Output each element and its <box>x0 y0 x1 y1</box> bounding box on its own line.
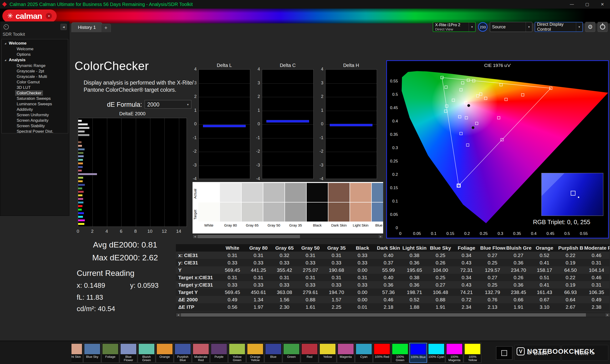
scroll-left-icon[interactable]: ◀ <box>193 235 197 238</box>
patch-button-blue[interactable]: Blue <box>264 343 282 363</box>
source-dropdown[interactable]: Source ▼ <box>490 22 532 32</box>
chevron-right-icon: » <box>591 349 595 357</box>
rainbow-banner: ✳ calman ▼ <box>0 9 610 23</box>
cell: 0.33 <box>324 259 350 266</box>
maximize-button[interactable]: ▢ <box>580 0 595 9</box>
cell: 1.56 <box>272 296 297 303</box>
expander-icon[interactable]: ◢ <box>4 57 6 63</box>
cell: 0.49 <box>220 296 246 303</box>
cell: 57.36 <box>376 288 402 296</box>
calman-logo-text: calman <box>15 12 42 21</box>
patch-button-red[interactable]: Red <box>301 343 318 363</box>
gridline <box>92 118 93 227</box>
patch-button-orange-yellow[interactable]: Orange Yellow <box>247 343 264 363</box>
cell: 0.31 <box>246 274 272 281</box>
patch-button-purple[interactable]: Purple <box>210 343 228 363</box>
patch-label: 100% Magenta <box>446 355 463 363</box>
patch-button-100-yellow[interactable]: 100% Yellow <box>464 343 481 363</box>
back-button[interactable]: « Back <box>514 345 560 361</box>
logo-menu-caret-icon[interactable]: ▼ <box>46 13 52 19</box>
patch-button-yellow[interactable]: Yellow <box>319 343 337 363</box>
table-row-e-itp: ΔE ITP0.561.972.301.612.250.012.181.881.… <box>176 303 610 311</box>
meter-dropdown[interactable]: X-Rite i1Pro 2 Direct View ▼ <box>433 22 476 32</box>
sidebar-item-color-gamut[interactable]: Color Gamut <box>2 79 68 85</box>
swatch-gray-50: Gray 50 <box>263 182 285 234</box>
sidebar-item-screen-uniformity[interactable]: Screen Uniformity <box>2 112 68 118</box>
chevron-down-icon[interactable]: ▼ <box>469 22 475 31</box>
swatch-label: Black <box>307 221 328 227</box>
scroll-track[interactable] <box>197 235 379 238</box>
scroll-thumb[interactable] <box>197 235 300 238</box>
measured-dot <box>472 127 474 129</box>
patch-color <box>121 344 136 354</box>
chevron-down-icon[interactable]: ▼ <box>526 22 532 32</box>
patch-button-100-cyan[interactable]: 100% Cyan <box>428 343 445 363</box>
sidebar-item-dynamic-range[interactable]: Dynamic Range <box>2 63 68 68</box>
patch-button-green[interactable]: Green <box>283 343 300 363</box>
display-control-dropdown[interactable]: Direct Display Control ▼ <box>535 22 583 32</box>
sidebar-item-additivity[interactable]: Additivity <box>2 107 68 112</box>
swatch-label: Light Skin <box>350 221 371 227</box>
custom-patch-button[interactable] <box>496 346 512 360</box>
axis-tick-label: 2 <box>189 94 196 99</box>
patch-button-100-red[interactable]: 100% Red <box>373 343 391 363</box>
patch-button-light-skin[interactable]: Light Skin <box>71 343 83 363</box>
patch-button-foliage[interactable]: Foliage <box>102 343 119 363</box>
patch-button-100-green[interactable]: 100% Green <box>391 343 409 363</box>
sidebar-item-grayscale-multi[interactable]: Grayscale - Multi <box>2 74 68 79</box>
swatch-scrollbar[interactable]: ◀ ▶ <box>193 234 383 239</box>
patch-button-orange[interactable]: Orange <box>156 343 173 363</box>
scroll-right-icon[interactable]: ▶ <box>606 313 610 317</box>
sidebar-collapse-button[interactable]: ◀ <box>61 24 67 30</box>
sidebar-item-grayscale-2pt[interactable]: Grayscale - 2pt <box>2 68 68 74</box>
cell: 0.36 <box>506 259 531 266</box>
tree-section-welcome[interactable]: ◢Welcome <box>2 40 68 46</box>
next-button[interactable]: Next » <box>562 345 608 361</box>
cell: 0.31 <box>246 252 272 259</box>
patch-button-moderate-red[interactable]: Moderate Red <box>192 343 210 363</box>
de-formula-dropdown[interactable]: 2000 ▼ <box>145 100 191 109</box>
sidebar-item-spectral-power-dist[interactable]: Spectral Power Dist. <box>2 129 68 133</box>
patch-button-blue-flower[interactable]: Blue Flower <box>120 343 137 363</box>
patch-button-cyan[interactable]: Cyan <box>355 343 373 363</box>
sidebar-item-options[interactable]: Options <box>2 52 68 57</box>
sidebar-item-3d-lut[interactable]: 3D LUT <box>2 85 68 90</box>
scroll-track[interactable] <box>180 313 606 317</box>
scroll-left-icon[interactable]: ◀ <box>176 313 180 317</box>
table-row-target-x-cie31: Target x:CIE310.310.310.310.310.310.310.… <box>176 274 610 281</box>
table-scrollbar[interactable]: ◀ ▶ <box>176 313 610 317</box>
patch-button-100-magenta[interactable]: 100% Magenta <box>446 343 463 363</box>
cell: 0.00 <box>350 296 376 303</box>
axis-tick-label: -4 <box>253 176 260 181</box>
patch-button-100-blue[interactable]: 100% Blue <box>409 343 427 363</box>
workflow-target-icon[interactable] <box>4 24 9 29</box>
patch-button-purplish-blue[interactable]: Purplish Blue <box>174 343 192 363</box>
scroll-right-icon[interactable]: ▶ <box>379 235 383 238</box>
sidebar-item-screen-angularity[interactable]: Screen Angularity <box>2 118 68 123</box>
scroll-thumb[interactable] <box>181 313 586 317</box>
expander-icon[interactable]: ◢ <box>4 40 6 46</box>
power-button[interactable] <box>597 22 608 32</box>
patch-color <box>465 344 480 354</box>
patch-button-magenta[interactable]: Magenta <box>337 343 355 363</box>
patch-button-blue-sky[interactable]: Blue Sky <box>83 343 101 363</box>
sidebar-item-colorchecker[interactable]: ColorChecker <box>2 90 68 96</box>
patch-button-yellow-green[interactable]: Yellow Green <box>228 343 246 363</box>
add-tab-button[interactable]: + <box>101 24 111 32</box>
sidebar-item-screen-stability[interactable]: Screen Stability <box>2 123 68 129</box>
delta-bar <box>330 124 372 126</box>
calman-logo[interactable]: ✳ calman ▼ <box>2 10 57 22</box>
settings-button[interactable]: ⚙ <box>585 22 595 32</box>
tree-section-analysis[interactable]: ◢Analysis <box>2 57 68 63</box>
sidebar-item-saturation-sweeps[interactable]: Saturation Sweeps <box>2 96 68 101</box>
tab-history-1[interactable]: History 1 <box>71 22 102 32</box>
meter-badge[interactable]: 233 <box>478 22 488 32</box>
sidebar-item-luminance-sweeps[interactable]: Luminance Sweeps <box>2 101 68 107</box>
sidebar-item-welcome[interactable]: Welcome <box>2 46 68 52</box>
cie-diagram-panel[interactable]: CIE 1976 u'v' 00.050.10.150.20.250.30.35… <box>386 60 609 238</box>
chevron-down-icon[interactable]: ▼ <box>576 22 582 31</box>
swatch-target <box>307 203 328 221</box>
minimize-button[interactable]: — <box>564 0 580 9</box>
close-button[interactable]: ✕ <box>595 0 610 9</box>
patch-button-bluish-green[interactable]: Bluish Green <box>138 343 155 363</box>
